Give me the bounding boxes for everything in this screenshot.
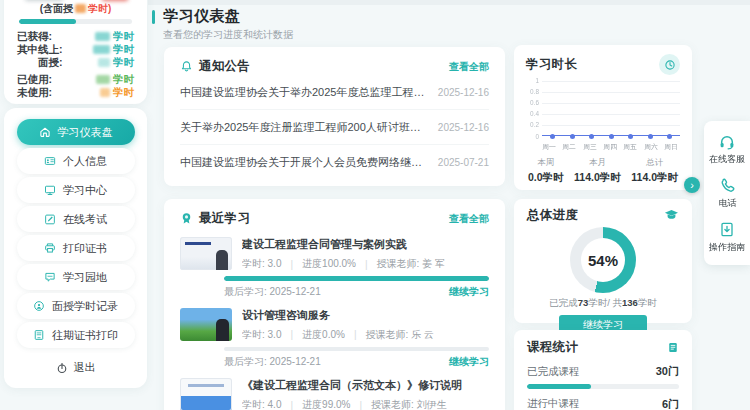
course-last-studied: 最后学习: 2025-12-21	[224, 285, 321, 298]
overall-detail: 已完成73学时/ 共136学时	[527, 297, 679, 310]
recent-view-all-link[interactable]: 查看全部	[449, 212, 489, 226]
chart-x-labels: 周一周二周三周四周五周六周日	[540, 141, 680, 152]
stat-completed-courses: 已完成课程 30门	[527, 364, 679, 379]
stat-row-facetoface: 面授: 学时	[17, 56, 134, 69]
study-summary: 本周 0.0学时 本月 114.0学时 总计 114.0学时	[526, 157, 680, 185]
course-progress-bar	[224, 276, 489, 281]
certificate-icon	[33, 329, 45, 341]
chart-y-labels: 10.80.60.40.20	[524, 76, 539, 142]
redacted-value	[102, 0, 128, 1]
logout-button[interactable]: 退出	[4, 360, 147, 375]
summary-month: 本月 114.0学时	[574, 157, 621, 185]
sidebar-item-online-exam[interactable]: 在线考试	[17, 206, 135, 232]
sidebar-menu: 学习仪表盘 个人信息 学习中心 在线考试 打印证书 学习园地 面授学时记录 往	[4, 108, 147, 388]
page-title: 学习仪表盘	[163, 7, 241, 26]
medal-icon	[180, 212, 193, 225]
guide-document-icon	[719, 221, 735, 238]
redacted-value	[25, 0, 63, 1]
stat-row-unused: 未使用: 学时	[17, 86, 134, 99]
notice-item[interactable]: 中国建设监理协会关于开展个人会员免费网络继续教育的通知 2025-07-21	[180, 145, 489, 179]
sidebar-item-learning-center[interactable]: 学习中心	[17, 177, 135, 203]
phone-button[interactable]: 电话	[704, 172, 750, 216]
guide-button[interactable]: 操作指南	[704, 216, 750, 260]
notices-view-all-link[interactable]: 查看全部	[449, 60, 489, 74]
graduation-cap-icon	[664, 209, 679, 222]
chevron-right-icon: ›	[690, 180, 694, 191]
headset-icon	[718, 133, 736, 150]
notice-item[interactable]: 关于举办2025年度注册监理工程师200人研讨班（1期）的通知 2025-12-…	[180, 110, 489, 145]
credit-progress-bar	[19, 19, 132, 24]
collapse-panel-button[interactable]: ›	[684, 177, 700, 193]
dashboard-page: (含面授 学时) 已获得: 学时 其中线上: 学时 面授: 学时 已使用: 学时	[0, 0, 750, 410]
course-item[interactable]: 建设工程监理合同管理与案例实践 学时: 3.0 | 进度100.0% | 授课老…	[180, 237, 489, 298]
person-circle-icon	[33, 300, 45, 312]
course-item[interactable]: 《建设工程监理合同（示范文本）》修订说明 学时: 4.0 | 进度99.0% |…	[180, 378, 489, 410]
course-progress: 进度100.0%	[302, 257, 356, 271]
course-item[interactable]: 设计管理咨询服务 学时: 3.0 | 进度0.0% | 授课老师: 乐 云 最后…	[180, 308, 489, 369]
study-time-panel: 学习时长 10.80.60.40.20 周一周二周三周四周五周六周日 本周 0.…	[514, 45, 692, 190]
bell-icon	[180, 60, 193, 73]
notices-panel: 通知公告 查看全部 中国建设监理协会关于举办2025年度总监理工程师100人研讨…	[164, 47, 505, 186]
stat-row-earned: 已获得: 学时	[17, 30, 134, 43]
course-thumbnail	[180, 378, 232, 410]
course-hours: 学时: 3.0	[242, 328, 281, 342]
study-time-chart: 10.80.60.40.20	[542, 81, 680, 136]
redacted-value	[100, 88, 110, 97]
redacted-value	[98, 58, 110, 67]
course-teacher: 授课老师: 乐 云	[365, 328, 433, 342]
course-stats-panel: 课程统计 已完成课程 30门 进行中课程 6门	[514, 330, 692, 410]
course-teacher: 授课老师: 刘伊生	[371, 398, 447, 410]
stat-inprogress-courses: 进行中课程 6门	[527, 397, 679, 410]
sidebar-item-past-certificates[interactable]: 往期证书打印	[17, 322, 135, 348]
course-teacher: 授课老师: 姜 军	[377, 257, 445, 271]
clock-icon	[659, 54, 680, 75]
redacted-value	[75, 4, 86, 13]
course-progress-bar	[224, 347, 489, 352]
phone-icon	[719, 177, 736, 194]
page-subtitle: 查看您的学习进度和统计数据	[163, 28, 293, 42]
sidebar-item-learning-garden[interactable]: 学习园地	[17, 264, 135, 290]
continue-learning-link[interactable]: 继续学习	[449, 355, 489, 368]
power-icon	[56, 362, 68, 374]
completed-courses-bar	[527, 384, 679, 389]
summary-total: 总计 114.0学时	[631, 157, 678, 185]
page-header: 学习仪表盘	[152, 7, 241, 26]
course-thumbnail	[180, 308, 232, 341]
sidebar-item-print-certificate[interactable]: 打印证书	[17, 235, 135, 261]
recent-learning-panel: 最近学习 查看全部 建设工程监理合同管理与案例实践 学时: 3.0 | 进度10…	[164, 199, 505, 410]
stats-rows: 已获得: 学时 其中线上: 学时 面授: 学时 已使用: 学时 未使用: 学时	[17, 30, 134, 99]
id-card-icon	[44, 155, 56, 167]
edit-icon	[44, 213, 56, 225]
floating-help-panel: 在线客服 电话 操作指南	[704, 121, 750, 265]
redacted-value	[95, 32, 110, 41]
sidebar-item-facetoface-hours[interactable]: 面授学时记录	[17, 293, 135, 319]
top-strip	[148, 0, 750, 5]
printer-icon	[44, 242, 56, 254]
chart-line	[542, 134, 680, 136]
home-icon	[39, 126, 51, 138]
course-thumbnail	[180, 237, 232, 270]
title-accent-bar	[152, 10, 155, 24]
course-hours: 学时: 3.0	[242, 257, 281, 271]
continue-learning-link[interactable]: 继续学习	[449, 285, 489, 298]
sidebar-stats-card: (含面授 学时) 已获得: 学时 其中线上: 学时 面授: 学时 已使用: 学时	[4, 0, 147, 104]
course-last-studied: 最后学习: 2025-12-21	[224, 355, 321, 368]
overall-percent: 54%	[588, 252, 618, 269]
sidebar-item-dashboard[interactable]: 学习仪表盘	[17, 119, 135, 145]
course-progress: 进度0.0%	[302, 328, 345, 342]
overall-progress-panel: 总体进度 54% 已完成73学时/ 共136学时 继续学习	[514, 199, 692, 323]
overall-donut: 54%	[570, 227, 636, 293]
notice-item[interactable]: 中国建设监理协会关于举办2025年度总监理工程师100人研讨班的通知 2025-…	[180, 75, 489, 110]
stat-row-online: 其中线上: 学时	[17, 43, 134, 56]
redacted-value	[93, 45, 110, 54]
stats-note: (含面授 学时)	[17, 2, 134, 15]
stat-row-used: 已使用: 学时	[17, 73, 134, 86]
stats-cutoff-row	[17, 0, 134, 2]
redacted-value	[96, 75, 110, 84]
sidebar-item-profile[interactable]: 个人信息	[17, 148, 135, 174]
online-service-button[interactable]: 在线客服	[704, 128, 750, 172]
chat-bubble-icon	[44, 271, 56, 283]
list-icon	[667, 341, 679, 354]
course-hours: 学时: 4.0	[242, 398, 281, 410]
summary-week: 本周 0.0学时	[528, 157, 564, 185]
